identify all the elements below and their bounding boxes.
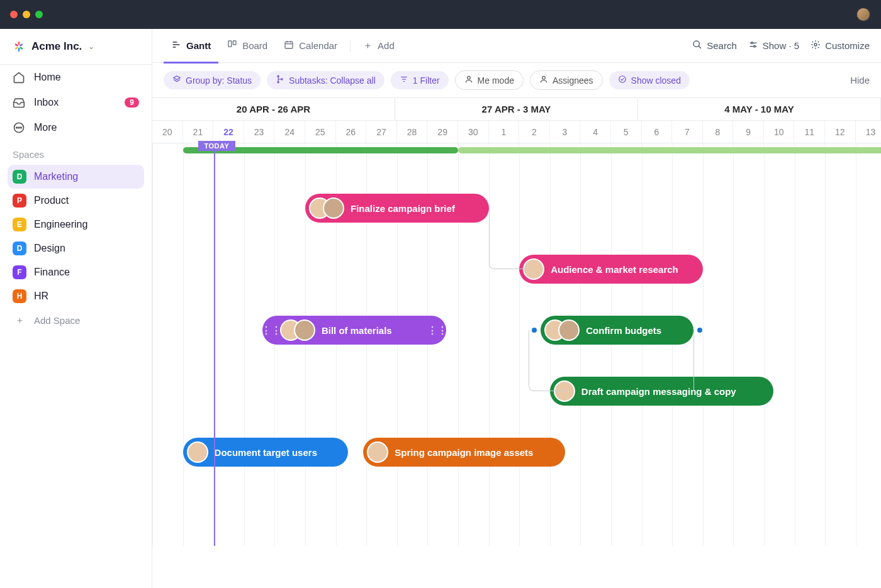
day-header: 2 [519,121,550,143]
sidebar-space-engineering[interactable]: EEngineering [8,213,144,236]
window-controls[interactable] [10,11,43,18]
svg-line-14 [699,46,701,48]
day-header: 23 [244,121,275,143]
drag-handle-icon[interactable]: ⋮⋮ [427,325,447,336]
grid-line [611,143,612,546]
day-header: 25 [305,121,336,143]
task-bar[interactable]: Document target users [183,438,348,467]
more-icon [13,121,25,134]
day-header: 10 [764,121,795,143]
task-label: Spring campaign image assets [395,447,533,458]
gear-icon [811,40,821,52]
day-header: 8 [703,121,734,143]
close-window-icon[interactable] [10,11,18,18]
search-button[interactable]: Search [692,40,737,52]
svg-rect-7 [228,41,232,47]
add-view-button[interactable]: ＋ Add [356,36,402,56]
workspace-switcher[interactable]: Acme Inc. ⌄ [0,29,152,65]
milestone-dot[interactable] [697,328,702,333]
me-mode-pill[interactable]: Me mode [455,70,524,90]
day-header: 7 [672,121,703,143]
user-avatar[interactable] [856,7,871,22]
day-header: 13 [856,121,881,143]
task-label: Document target users [215,447,317,458]
hide-button[interactable]: Hide [850,75,870,86]
task-bar[interactable]: Draft campaign messaging & copy [550,377,773,406]
sidebar-space-product[interactable]: PProduct [8,189,144,213]
task-label: Finalize campaign brief [351,203,455,214]
show-closed-pill[interactable]: Show closed [609,71,690,89]
task-bar[interactable]: Finalize campaign brief [305,194,489,223]
svg-rect-9 [285,42,293,48]
maximize-window-icon[interactable] [35,11,43,18]
week-header: 27 APR - 3 MAY [395,98,638,120]
svg-point-21 [278,75,279,77]
task-bar[interactable]: Spring campaign image assets [363,438,565,467]
assignee-avatar [323,197,344,219]
task-bar[interactable]: Bill of materials⋮⋮⋮⋮ [262,316,446,345]
space-label: Product [34,195,69,206]
nav-more[interactable]: More [0,115,152,140]
assignees-pill[interactable]: Assignees [530,70,603,90]
tab-board[interactable]: Board [220,36,275,56]
tab-label: Add [378,40,395,51]
task-bar[interactable]: Audience & market research [519,255,703,284]
add-space-label: Add Space [34,315,80,326]
nav-label: Home [34,72,61,83]
task-label: Draft campaign messaging & copy [581,386,736,397]
settings-sliders-icon [748,40,758,52]
sidebar-space-hr[interactable]: HHR [8,284,144,308]
tab-gantt[interactable]: Gantt [164,30,218,64]
minimize-window-icon[interactable] [23,11,30,18]
sidebar-space-design[interactable]: DDesign [8,236,144,260]
space-marker-icon: F [13,265,26,279]
day-header: 5 [611,121,642,143]
space-label: HR [34,291,48,302]
check-circle-icon [618,75,627,86]
show-button[interactable]: Show · 5 [748,40,799,52]
filter-pill[interactable]: 1 Filter [391,71,449,89]
nav-home[interactable]: Home [0,65,152,90]
sidebar-space-finance[interactable]: FFinance [8,260,144,284]
space-marker-icon: D [13,170,26,184]
inbox-icon [13,96,25,109]
spaces-section-label: Spaces [0,140,152,165]
day-header: 24 [274,121,305,143]
day-header: 22 [213,121,244,143]
grid-line [152,143,153,546]
grid-line [274,143,275,546]
nav-inbox[interactable]: Inbox 9 [0,90,152,115]
main-content: Gantt Board Calendar ＋ Add Search [152,29,881,588]
progress-segment-remaining [458,147,881,153]
day-header: 11 [794,121,825,143]
customize-button[interactable]: Customize [811,40,870,52]
calendar-icon [284,40,294,52]
task-connector [489,208,529,269]
group-by-pill[interactable]: Group by: Status [164,71,261,89]
assignee-avatar [367,441,388,463]
grid-line [489,143,490,546]
subtasks-pill[interactable]: Subtasks: Collapse all [267,71,384,89]
svg-point-13 [693,41,699,47]
svg-point-18 [753,45,755,47]
day-header: 6 [642,121,673,143]
day-header: 12 [825,121,856,143]
drag-handle-icon[interactable]: ⋮⋮ [261,325,281,336]
day-header: 29 [427,121,458,143]
day-header: 20 [152,121,183,143]
sidebar-space-marketing[interactable]: DMarketing [8,165,144,189]
gantt-body[interactable]: Finalize campaign briefAudience & market… [152,143,881,546]
tab-calendar[interactable]: Calendar [276,36,345,56]
tab-label: Board [242,40,267,51]
grid-line [213,143,214,546]
svg-point-2 [18,127,20,128]
day-header: 21 [183,121,214,143]
add-space-button[interactable]: ＋ Add Space [0,308,152,333]
svg-point-3 [21,127,22,128]
filter-bar: Group by: Status Subtasks: Collapse all … [152,63,881,98]
view-tabs: Gantt Board Calendar ＋ Add Search [152,29,881,63]
grid-line [764,143,765,546]
grid-line [580,143,581,546]
nav-label: More [34,122,57,133]
svg-rect-8 [233,41,237,45]
